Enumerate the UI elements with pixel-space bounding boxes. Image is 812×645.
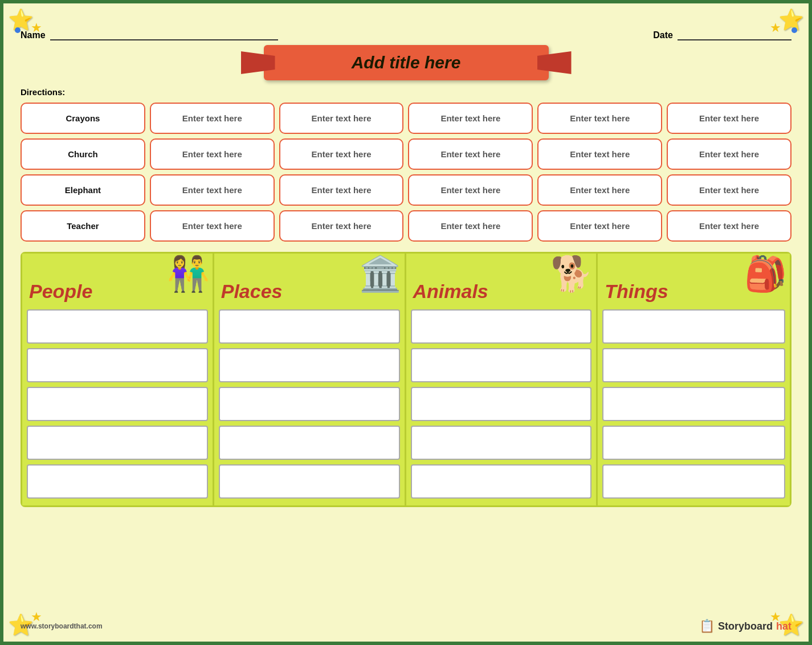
category-input-things-3[interactable] [602,426,785,460]
word-cell-r1-c1[interactable]: Enter text here [150,138,275,170]
logo-area: 📋 Storyboardhat [699,619,791,634]
word-cell-r3-c5[interactable]: Enter text here [667,210,791,242]
word-cell-r3-c1[interactable]: Enter text here [150,210,275,242]
bottom-bar: www.storyboardthat.com 📋 Storyboardhat [21,619,791,634]
website-url: www.storyboardthat.com [21,622,103,630]
category-title-people: People [29,280,92,303]
category-icon-people: 👫 [167,254,210,294]
category-rows-animals [406,305,597,505]
category-icon-places: 🏛️ [359,254,402,294]
category-input-animals-1[interactable] [411,348,592,382]
category-input-places-3[interactable] [219,426,400,460]
title-banner-container: Add title here [21,45,791,80]
word-label-row1[interactable]: Church [21,138,145,170]
word-cell-r0-c2[interactable]: Enter text here [279,103,404,134]
category-input-things-4[interactable] [602,464,785,499]
category-things: Things🎒 [598,254,790,505]
category-input-animals-4[interactable] [411,464,592,499]
category-input-places-4[interactable] [219,464,400,499]
category-input-things-2[interactable] [602,387,785,421]
word-cell-r2-c3[interactable]: Enter text here [408,174,533,206]
category-icon-things: 🎒 [744,254,787,294]
title-banner[interactable]: Add title here [264,45,549,80]
directions-label: Directions: [21,87,791,97]
logo-storyboard-text: Storyboard [718,620,773,632]
word-label-row3[interactable]: Teacher [21,210,145,242]
category-animals: Animals🐕 [406,254,598,505]
star-top-left: ⭐ [8,8,34,32]
category-rows-places [214,305,405,505]
logo-icon: 📋 [699,619,715,634]
title-text: Add title here [352,53,461,72]
logo-hat-text: hat [776,620,791,632]
category-input-people-4[interactable] [27,464,208,499]
dot-top-left [15,27,21,33]
word-cell-r1-c3[interactable]: Enter text here [408,138,533,170]
category-input-people-3[interactable] [27,426,208,460]
category-input-animals-0[interactable] [411,309,592,344]
category-input-people-2[interactable] [27,387,208,421]
categories-section: People👫Places🏛️Animals🐕Things🎒 [21,252,791,507]
word-cell-r0-c4[interactable]: Enter text here [537,103,662,134]
page: ⭐ ⭐ ⭐ ⭐ ★ ★ ★ ★ Name Date Add title here… [0,0,812,645]
star-accent-tl2: ★ [31,21,42,35]
word-cell-r3-c4[interactable]: Enter text here [537,210,662,242]
word-cell-r1-c5[interactable]: Enter text here [667,138,791,170]
category-places: Places🏛️ [214,254,406,505]
category-people: People👫 [22,254,214,505]
name-field: Name [21,29,278,40]
category-rows-people [22,305,213,505]
category-input-animals-3[interactable] [411,426,592,460]
word-cell-r2-c1[interactable]: Enter text here [150,174,275,206]
date-label: Date [653,30,673,40]
category-icon-animals: 🐕 [550,254,593,294]
category-input-things-1[interactable] [602,348,785,382]
word-grid: CrayonsEnter text hereEnter text hereEnt… [21,103,791,242]
category-input-things-0[interactable] [602,309,785,344]
category-title-things: Things [605,280,668,303]
word-cell-r0-c3[interactable]: Enter text here [408,103,533,134]
word-cell-r1-c4[interactable]: Enter text here [537,138,662,170]
category-input-animals-2[interactable] [411,387,592,421]
star-accent-tr2: ★ [770,21,781,35]
word-cell-r0-c1[interactable]: Enter text here [150,103,275,134]
category-title-places: Places [221,280,283,303]
word-cell-r0-c5[interactable]: Enter text here [667,103,791,134]
category-input-people-1[interactable] [27,348,208,382]
dot-top-right [791,27,797,33]
name-line [50,29,278,40]
header-row: Name Date [21,29,791,40]
word-cell-r2-c4[interactable]: Enter text here [537,174,662,206]
category-input-people-0[interactable] [27,309,208,344]
category-input-places-1[interactable] [219,348,400,382]
category-rows-things [598,305,790,505]
word-cell-r2-c5[interactable]: Enter text here [667,174,791,206]
category-input-places-0[interactable] [219,309,400,344]
star-top-right: ⭐ [778,8,804,32]
category-input-places-2[interactable] [219,387,400,421]
word-label-row2[interactable]: Elephant [21,174,145,206]
word-cell-r2-c2[interactable]: Enter text here [279,174,404,206]
word-label-row0[interactable]: Crayons [21,103,145,134]
word-cell-r3-c2[interactable]: Enter text here [279,210,404,242]
category-title-animals: Animals [413,280,488,303]
word-cell-r1-c2[interactable]: Enter text here [279,138,404,170]
word-cell-r3-c3[interactable]: Enter text here [408,210,533,242]
